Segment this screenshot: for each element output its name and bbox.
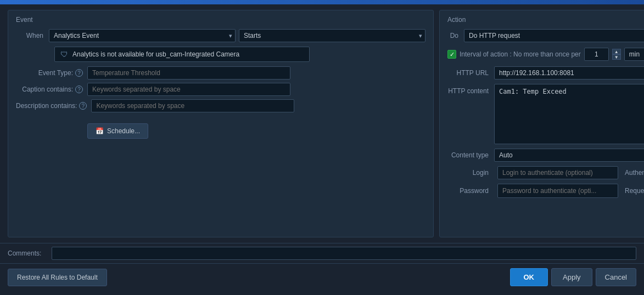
interval-text: Interval of action : No more than once p…	[460, 50, 581, 58]
password-label: Password	[447, 187, 494, 195]
description-label: Description contains: ?	[16, 102, 91, 110]
caption-row: Caption contains: ?	[16, 83, 425, 96]
interval-number-wrapper: ▲ ▼	[584, 48, 621, 61]
calendar-icon: 📅	[96, 127, 104, 135]
event-type-input[interactable]	[87, 66, 290, 80]
event-type-label: Event Type: ?	[16, 69, 87, 77]
action-panel: Action Do Do HTTP request Interval of ac…	[439, 10, 644, 237]
description-help-icon[interactable]: ?	[79, 102, 87, 110]
password-row: Password Request type Auto	[447, 184, 644, 198]
top-progress-bar	[0, 0, 644, 4]
url-input[interactable]	[494, 66, 644, 80]
interval-unit-wrapper: min	[624, 48, 644, 61]
comments-section: Comments:	[0, 243, 644, 263]
at-row: 🛡 Analytics is not available for usb_cam…	[54, 47, 425, 62]
comments-label: Comments:	[8, 249, 52, 257]
when-label: When	[16, 32, 49, 39]
when-select[interactable]: Analytics Event	[49, 29, 236, 42]
login-input[interactable]	[497, 166, 618, 179]
content-label: HTTP content	[447, 84, 494, 144]
url-label: HTTP URL	[447, 69, 494, 77]
auth-row: Login Authentication type Auto	[447, 166, 644, 179]
req-type-label: Request type	[621, 187, 644, 195]
do-select-wrapper: Do HTTP request	[464, 29, 644, 42]
content-textarea[interactable]: Cam1: Temp Exceed	[494, 84, 644, 144]
cancel-button-label: Cancel	[605, 273, 627, 281]
caption-help-icon[interactable]: ?	[75, 86, 83, 93]
cancel-button[interactable]: Cancel	[596, 268, 636, 286]
when-select-wrapper: Analytics Event	[49, 29, 236, 42]
restore-button-label: Restore All Rules to Default	[17, 274, 98, 281]
event-type-row: Event Type: ?	[16, 66, 425, 80]
starts-select-wrapper: Starts	[239, 29, 425, 42]
content-type-row: Content type Auto	[447, 149, 644, 162]
restore-button[interactable]: Restore All Rules to Default	[8, 269, 107, 286]
interval-down-button[interactable]: ▼	[612, 54, 621, 60]
interval-number-input[interactable]	[584, 48, 609, 61]
apply-button[interactable]: Apply	[551, 268, 592, 286]
starts-select[interactable]: Starts	[239, 29, 425, 42]
event-panel: Event When Analytics Event Starts	[8, 10, 434, 237]
event-type-help-icon[interactable]: ?	[75, 69, 83, 77]
content-type-select[interactable]: Auto	[494, 149, 644, 162]
content-type-label: Content type	[447, 151, 494, 159]
interval-spinner: ▲ ▼	[612, 49, 621, 60]
interval-checkbox[interactable]	[447, 50, 456, 59]
do-label: Do	[447, 32, 464, 39]
action-buttons: OK Apply Cancel	[510, 268, 637, 286]
ok-button-label: OK	[524, 273, 535, 281]
content-type-select-wrapper: Auto	[494, 149, 644, 162]
caption-label: Caption contains: ?	[16, 86, 87, 93]
at-info-box: 🛡 Analytics is not available for usb_cam…	[54, 47, 310, 62]
password-input[interactable]	[497, 184, 618, 198]
bottom-bar: Restore All Rules to Default OK Apply Ca…	[0, 263, 644, 291]
at-message: Analytics is not available for usb_cam-I…	[72, 50, 239, 58]
do-row: Do Do HTTP request	[447, 29, 644, 42]
shield-icon: 🛡	[60, 50, 68, 59]
schedule-button-label: Schedule...	[107, 127, 140, 135]
interval-up-button[interactable]: ▲	[612, 49, 621, 54]
auth-type-label: Authentication type	[621, 169, 644, 177]
action-panel-title: Action	[447, 16, 644, 24]
apply-button-label: Apply	[563, 273, 581, 281]
interval-row: Interval of action : No more than once p…	[447, 48, 644, 61]
content-section: HTTP content Cam1: Temp Exceed	[447, 84, 644, 144]
url-row: HTTP URL	[447, 66, 644, 80]
login-label: Login	[447, 169, 494, 177]
caption-input[interactable]	[87, 83, 290, 96]
interval-unit-select[interactable]: min	[624, 48, 644, 61]
description-row: Description contains: ?	[16, 99, 425, 112]
comments-input[interactable]	[52, 247, 636, 260]
schedule-button[interactable]: 📅 Schedule...	[87, 123, 148, 139]
do-select[interactable]: Do HTTP request	[464, 29, 644, 42]
when-row: When Analytics Event Starts	[16, 29, 425, 42]
description-input[interactable]	[91, 99, 294, 112]
event-panel-title: Event	[16, 16, 425, 24]
ok-button[interactable]: OK	[510, 268, 548, 286]
